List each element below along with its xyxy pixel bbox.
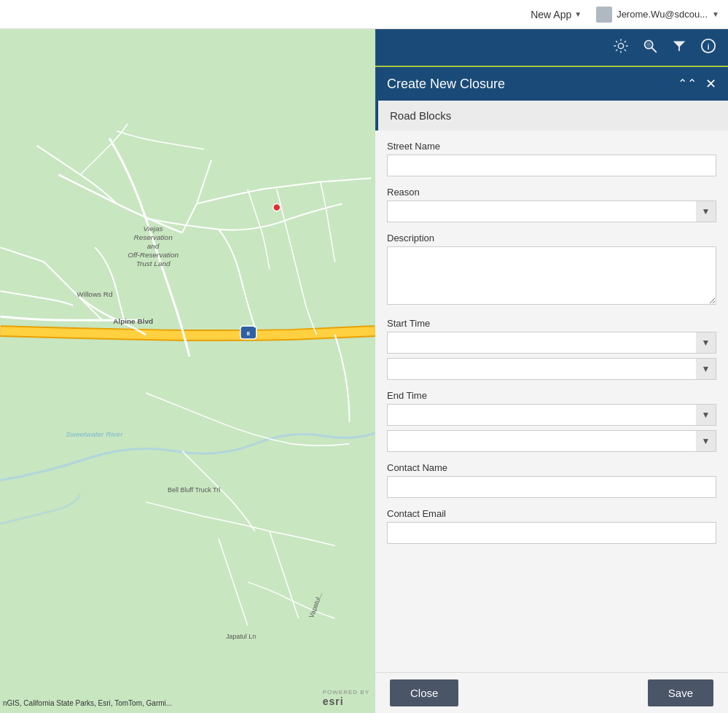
reason-select[interactable] (387, 200, 716, 222)
app-name-label: New App (531, 9, 571, 20)
end-time-row2-wrapper: ▼ (387, 430, 716, 452)
user-chevron-icon: ▼ (712, 10, 719, 18)
esri-badge: POWERED BY esri (323, 689, 369, 707)
panel: i Create New Closure ⌃⌃ ✕ Road Blocks St… (375, 29, 728, 713)
contact-name-group: Contact Name (387, 462, 716, 498)
filter-icon[interactable] (671, 38, 687, 58)
reason-label: Reason (387, 187, 716, 198)
topbar: New App ▼ Jerome.Wu@sdcou... ▼ (0, 0, 728, 29)
contact-email-label: Contact Email (387, 508, 716, 519)
end-time-time-select[interactable] (387, 430, 716, 452)
start-time-date-select[interactable] (387, 332, 716, 354)
save-button[interactable]: Save (648, 679, 713, 706)
contact-email-input[interactable] (387, 522, 716, 544)
panel-footer: Close Save (375, 672, 728, 713)
svg-rect-0 (1, 29, 375, 713)
end-time-row1-wrapper: ▼ (387, 404, 716, 426)
svg-text:Alpine Blvd: Alpine Blvd (113, 317, 153, 325)
close-button[interactable]: Close (390, 679, 458, 706)
close-panel-icon[interactable]: ✕ (705, 76, 716, 92)
description-group: Description (387, 233, 716, 308)
start-time-group: Start Time ▼ ▼ (387, 318, 716, 380)
app-chevron-icon: ▼ (574, 10, 582, 18)
svg-text:Reservation: Reservation (133, 233, 173, 241)
svg-text:and: and (147, 242, 160, 250)
svg-text:Sweetwater River: Sweetwater River (66, 430, 123, 438)
svg-point-3 (273, 203, 281, 211)
map-area[interactable]: to control or block traffic 8 (0, 29, 375, 713)
svg-text:Bell Bluff Truck Trl: Bell Bluff Truck Trl (168, 486, 220, 494)
panel-header: Create New Closure ⌃⌃ ✕ (375, 66, 728, 101)
description-textarea[interactable] (387, 246, 716, 305)
svg-text:8: 8 (247, 330, 251, 337)
contact-email-group: Contact Email (387, 508, 716, 544)
form-body: Street Name Reason ▼ Description (375, 130, 728, 564)
svg-point-18 (647, 42, 651, 46)
end-time-date-select[interactable] (387, 404, 716, 426)
reason-select-wrapper: ▼ (387, 200, 716, 222)
start-time-row1-wrapper: ▼ (387, 332, 716, 354)
svg-text:Viejas: Viejas (144, 225, 163, 233)
avatar (596, 7, 612, 23)
edit-icon[interactable] (613, 38, 629, 58)
contact-name-label: Contact Name (387, 462, 716, 473)
search-icon[interactable] (642, 38, 658, 58)
app-switcher[interactable]: New App ▼ (531, 9, 582, 20)
description-label: Description (387, 233, 716, 243)
reason-group: Reason ▼ (387, 187, 716, 222)
user-label: Jerome.Wu@sdcou... (617, 9, 708, 20)
panel-header-icons: ⌃⌃ ✕ (678, 76, 716, 92)
start-time-row2-wrapper: ▼ (387, 358, 716, 380)
panel-title: Create New Closure (387, 77, 505, 92)
map-attribution: nGIS, California State Parks, Esri, TomT… (3, 699, 172, 707)
section-header: Road Blocks (375, 101, 728, 130)
panel-toolbar: i (375, 29, 728, 66)
svg-point-15 (618, 43, 623, 48)
end-time-label: End Time (387, 390, 716, 401)
street-name-input[interactable] (387, 155, 716, 176)
svg-text:Japatul Ln: Japatul Ln (226, 633, 256, 640)
contact-name-input[interactable] (387, 476, 716, 498)
section-title: Road Blocks (390, 109, 451, 122)
street-name-label: Street Name (387, 141, 716, 152)
svg-text:Trust Land: Trust Land (136, 260, 171, 268)
end-time-group: End Time ▼ ▼ (387, 390, 716, 452)
start-time-label: Start Time (387, 318, 716, 329)
user-menu[interactable]: Jerome.Wu@sdcou... ▼ (596, 7, 719, 23)
svg-line-17 (652, 47, 657, 52)
svg-text:i: i (707, 42, 709, 50)
start-time-time-select[interactable] (387, 358, 716, 380)
info-icon[interactable]: i (700, 38, 716, 58)
panel-body[interactable]: Road Blocks Street Name Reason ▼ (375, 101, 728, 672)
svg-text:Off-Reservation: Off-Reservation (128, 251, 179, 259)
street-name-group: Street Name (387, 141, 716, 176)
svg-text:Willows Rd: Willows Rd (77, 290, 112, 298)
collapse-icon[interactable]: ⌃⌃ (678, 78, 697, 90)
